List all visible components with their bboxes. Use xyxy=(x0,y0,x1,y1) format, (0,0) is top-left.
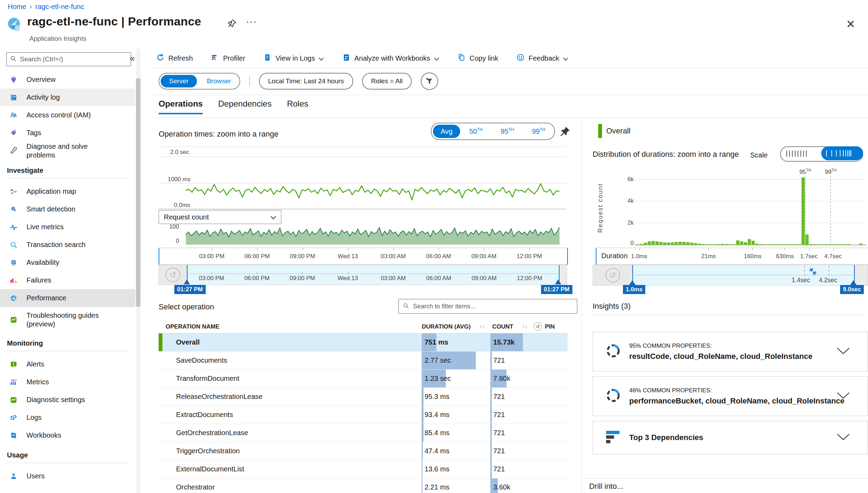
sidebar-item-diagnostic-settings[interactable]: Diagnostic settings xyxy=(0,391,135,409)
log-scale-option[interactable] xyxy=(821,146,863,160)
table-row-getorchestrationlease[interactable]: GetOrchestrationLease85.4 ms721 xyxy=(159,424,568,442)
reset-sort-icon[interactable]: ↺ xyxy=(534,322,542,331)
brush-start-handle[interactable] xyxy=(184,279,190,284)
sidebar-item-failures[interactable]: Failures xyxy=(0,271,135,289)
copy-link-button[interactable]: Copy link xyxy=(457,53,498,63)
close-icon[interactable]: × xyxy=(846,17,855,31)
duration-distribution-chart[interactable] xyxy=(593,167,867,246)
table-row-extractdocuments[interactable]: ExtractDocuments93.4 ms721 xyxy=(159,406,568,424)
table-row-releaseorchestrationlease[interactable]: ReleaseOrchestrationLease95.3 ms721 xyxy=(159,388,568,406)
brush-end-handle[interactable] xyxy=(850,280,856,285)
sidebar-collapse-button[interactable]: « xyxy=(130,53,135,64)
troubleshooting-guides-icon xyxy=(10,316,17,324)
sidebar-item-tags[interactable]: Tags xyxy=(0,124,135,142)
sidebar-item-availability[interactable]: Availability xyxy=(0,254,135,271)
pin-blade-icon[interactable] xyxy=(227,18,237,30)
table-row-transformdocument[interactable]: TransformDocument1.23 sec7.80k xyxy=(159,370,568,388)
sidebar-item-live-metrics[interactable]: Live metrics xyxy=(0,218,135,236)
feedback-button[interactable]: Feedback xyxy=(516,53,568,63)
column-header-count[interactable]: COUNT xyxy=(492,323,513,330)
pin-chart-icon[interactable] xyxy=(559,125,571,139)
add-filter-icon[interactable] xyxy=(421,72,438,90)
profiler-button[interactable]: Profiler xyxy=(211,53,245,63)
request-count-chart[interactable] xyxy=(159,223,566,245)
brush-end-handle[interactable] xyxy=(555,279,561,284)
column-header-operation-name[interactable]: OPERATION NAME xyxy=(166,323,220,330)
metric-dropdown[interactable]: Request count xyxy=(159,210,281,224)
sidebar-item-application-map[interactable]: Application map xyxy=(0,183,135,200)
sidebar-item-overview[interactable]: Overview xyxy=(0,71,135,88)
linear-scale-option[interactable] xyxy=(786,151,807,157)
aggregation-99th-button[interactable]: 99TH xyxy=(523,127,554,136)
refresh-button[interactable]: Refresh xyxy=(156,53,193,63)
table-row-overall[interactable]: Overall751 ms15.73k xyxy=(159,333,568,352)
time-range-filter-pill[interactable]: Local Time: Last 24 hours xyxy=(259,73,353,90)
brush-end-time-tag[interactable]: 01:27 PM xyxy=(541,285,572,294)
activity-log-icon xyxy=(10,94,17,101)
server-toggle-option[interactable]: Server xyxy=(161,75,197,87)
sidebar-item-alerts[interactable]: Alerts xyxy=(0,355,135,373)
brush-start-duration-tag[interactable]: 1.0ms xyxy=(623,285,645,294)
table-filter-input[interactable] xyxy=(412,302,573,310)
insight-card[interactable]: 95% COMMON PROPERTIES:resultCode, cloud_… xyxy=(593,332,868,371)
column-header-pin[interactable]: PIN xyxy=(545,323,555,330)
table-row-triggerorchestration[interactable]: TriggerOrchestration47.4 ms721 xyxy=(159,442,568,460)
chevron-down-icon[interactable] xyxy=(837,434,850,441)
browser-toggle-option[interactable]: Browser xyxy=(198,74,239,89)
axis-tick xyxy=(257,272,257,274)
chevron-down-icon[interactable] xyxy=(837,392,850,400)
reset-zoom-button[interactable]: ↺ xyxy=(593,265,633,285)
roles-filter-pill[interactable]: Roles = All xyxy=(362,73,412,90)
column-header-duration[interactable]: DURATION (AVG) xyxy=(422,323,471,330)
collapse-range-icon[interactable] xyxy=(808,267,817,277)
axis-tick xyxy=(348,248,348,251)
time-range-brush[interactable]: ↺ 03:00 PM06:00 PM09:00 PMWed 1303:00 AM… xyxy=(159,265,567,285)
sidebar-item-workbooks[interactable]: Workbooks xyxy=(0,426,135,444)
table-row-orchestrator[interactable]: Orchestrator2.21 ms3.60k xyxy=(159,478,568,493)
brush-end-duration-tag[interactable]: 9.0sec xyxy=(840,285,864,294)
brush-start-handle[interactable] xyxy=(629,280,635,285)
insight-card[interactable]: 46% COMMON PROPERTIES:performanceBucket,… xyxy=(593,376,868,416)
duration-range-brush[interactable]: ↺ 1.4sec 4.2sec xyxy=(593,265,868,286)
view-in-logs-button[interactable]: View in Logs xyxy=(263,53,324,63)
chevron-down-icon[interactable] xyxy=(837,348,850,355)
more-actions-button[interactable]: ... xyxy=(246,13,257,25)
scale-toggle[interactable] xyxy=(780,146,863,162)
sort-icon[interactable]: ↑↓ xyxy=(480,323,485,329)
duration-cell: 1.23 sec xyxy=(422,370,490,387)
tab-operations[interactable]: Operations xyxy=(159,99,203,114)
sidebar-item-access-control[interactable]: Access control (IAM) xyxy=(0,106,135,124)
sidebar-item-transaction-search[interactable]: Transaction search xyxy=(0,236,135,254)
tab-dependencies[interactable]: Dependencies xyxy=(218,99,272,114)
sidebar-scrollbar-thumb[interactable] xyxy=(136,78,140,307)
aggregation-50th-button[interactable]: 50TH xyxy=(460,127,492,136)
sidebar-item-troubleshooting-guides[interactable]: Troubleshooting guides (preview) xyxy=(0,307,135,332)
aggregation-avg-button[interactable]: Avg xyxy=(433,125,460,138)
server-browser-toggle[interactable]: Server Browser xyxy=(159,73,240,90)
sidebar-item-performance[interactable]: Performance xyxy=(0,289,135,307)
sidebar-item-logs[interactable]: Logs xyxy=(0,409,135,426)
breadcrumb-current-link[interactable]: ragc-etl-ne-func xyxy=(35,3,84,11)
sort-icon[interactable]: ↑↓ xyxy=(522,323,527,329)
log-tick xyxy=(849,150,850,156)
sidebar-search-input[interactable] xyxy=(19,55,127,63)
table-filter-search[interactable] xyxy=(398,299,577,314)
sidebar-item-activity-log[interactable]: Activity log xyxy=(0,88,135,106)
aggregation-95th-button[interactable]: 95TH xyxy=(492,127,523,136)
brush-start-time-tag[interactable]: 01:27 PM xyxy=(174,285,206,294)
sidebar-item-users[interactable]: Users xyxy=(0,467,135,485)
operation-times-chart[interactable] xyxy=(159,146,566,210)
sidebar-search[interactable] xyxy=(6,52,131,66)
table-row-savedocuments[interactable]: SaveDocuments2.77 sec721 xyxy=(159,352,568,370)
time-brush-selection[interactable] xyxy=(187,265,559,285)
sidebar-item-smart-detection[interactable]: Smart detection xyxy=(0,200,135,218)
reset-zoom-button[interactable]: ↺ xyxy=(159,265,187,285)
sidebar-item-metrics[interactable]: Metrics xyxy=(0,373,135,391)
sidebar-item-diagnose[interactable]: Diagnose and solve problems xyxy=(0,142,135,160)
scale-label: Scale xyxy=(750,151,768,159)
insight-card[interactable]: Top 3 Dependencies xyxy=(593,421,868,454)
tab-roles[interactable]: Roles xyxy=(287,99,308,114)
analyze-workbooks-button[interactable]: Analyze with Workbooks xyxy=(342,53,439,63)
table-row-externaldocumentlist[interactable]: ExternalDocumentList13.6 ms721 xyxy=(159,460,568,478)
breadcrumb-home-link[interactable]: Home xyxy=(8,3,26,11)
